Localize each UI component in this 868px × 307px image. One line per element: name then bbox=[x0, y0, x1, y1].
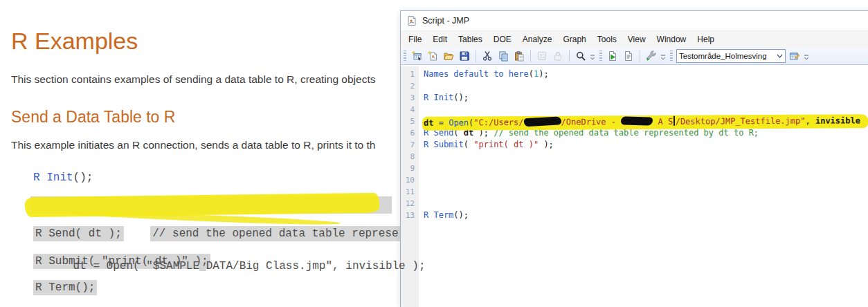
code-text: dt = Open( "$SAMPLE_DATA/Big Class.jmp",… bbox=[73, 260, 413, 272]
line-number: 1 bbox=[401, 68, 419, 80]
menu-view[interactable]: View bbox=[622, 32, 651, 47]
code-text: ( bbox=[529, 69, 534, 79]
recode-icon bbox=[535, 49, 549, 63]
toolbar-separator bbox=[640, 50, 640, 62]
code-text: (); bbox=[453, 93, 469, 102]
code-text: "C:/Users/ bbox=[473, 118, 523, 127]
new-script-window-icon[interactable] bbox=[426, 49, 440, 63]
toolbar-separator bbox=[530, 50, 531, 62]
table-scope-combobox[interactable]: Testområde_Holmesving bbox=[676, 49, 786, 63]
menu-graph[interactable]: Graph bbox=[557, 32, 591, 47]
toolbar-grip[interactable] bbox=[404, 50, 406, 62]
line-number: 11 bbox=[401, 186, 419, 198]
redaction-mark bbox=[523, 116, 561, 127]
line-number: 8 bbox=[401, 151, 419, 162]
line-number: 3 bbox=[401, 92, 419, 104]
open-log-icon[interactable] bbox=[622, 49, 635, 63]
script-editor[interactable]: 1 2 3 4 5 6 7 8 9 10 11 12 13 Names defa… bbox=[401, 66, 868, 307]
menu-doe[interactable]: DOE bbox=[488, 32, 517, 47]
code-line bbox=[419, 186, 868, 198]
menu-tables[interactable]: Tables bbox=[453, 32, 488, 47]
menu-analyze[interactable]: Analyze bbox=[517, 32, 558, 47]
code-text: R Init bbox=[33, 171, 73, 184]
code-text: ( bbox=[464, 140, 473, 149]
table-scope-value: Testområde_Holmesving bbox=[677, 52, 775, 60]
line-number: 10 bbox=[401, 174, 419, 186]
code-text: R Submit bbox=[424, 140, 464, 149]
cut-icon[interactable] bbox=[480, 49, 494, 63]
new-data-table-icon[interactable] bbox=[410, 49, 424, 63]
paste-icon[interactable] bbox=[512, 49, 526, 63]
code-line bbox=[419, 174, 868, 186]
save-icon[interactable] bbox=[458, 49, 471, 63]
code-text: A S bbox=[653, 117, 673, 127]
open-file-icon[interactable] bbox=[442, 49, 455, 63]
menu-file[interactable]: File bbox=[403, 32, 427, 47]
text-cursor bbox=[673, 116, 675, 126]
code-line bbox=[419, 80, 868, 92]
lock-icon bbox=[551, 49, 565, 63]
code-text: (); bbox=[453, 210, 469, 220]
search-icon[interactable] bbox=[574, 49, 588, 63]
code-text: = bbox=[433, 118, 449, 127]
code-text: R Init bbox=[424, 93, 453, 102]
code-line bbox=[419, 162, 868, 174]
code-text: ); bbox=[539, 140, 554, 149]
code-text: /Desktop/JMP_Testfile.jmp" bbox=[676, 116, 806, 127]
code-line bbox=[419, 198, 868, 210]
code-line bbox=[419, 151, 868, 162]
toolbar-overflow-icon[interactable] bbox=[660, 55, 666, 61]
code-comment: // send the opened data table represe bbox=[150, 226, 400, 241]
code-line: R Term(); bbox=[419, 210, 868, 221]
redaction-mark bbox=[621, 116, 653, 125]
code-line-r-send: R Send( dt ); // send the opened data ta… bbox=[33, 226, 401, 243]
code-line: R Init(); bbox=[419, 92, 868, 104]
code-area[interactable]: Names default to here(1); R Init(); dt =… bbox=[419, 66, 868, 307]
code-text: (); bbox=[73, 171, 93, 184]
code-text: "print( dt )" bbox=[473, 140, 539, 149]
toolbar: Testområde_Holmesving bbox=[401, 48, 868, 65]
line-number: 7 bbox=[401, 139, 419, 151]
code-text: /OneDrive - bbox=[561, 117, 621, 127]
code-line: R Submit( "print( dt )" ); bbox=[419, 139, 868, 151]
toolbar-separator bbox=[476, 50, 476, 62]
jmp-script-icon bbox=[406, 15, 417, 26]
toolbar-overflow-icon[interactable] bbox=[590, 55, 595, 61]
line-number: 4 bbox=[401, 104, 419, 115]
copy-icon[interactable] bbox=[496, 49, 510, 63]
edit-data-table-icon[interactable] bbox=[788, 49, 802, 63]
code-line-open-highlighted: dt = Open( "$SAMPLE_DATA/Big Class.jmp",… bbox=[33, 198, 426, 214]
jmp-script-window: Script - JMP File Edit Tables DOE Analyz… bbox=[400, 10, 868, 307]
window-title-bar[interactable]: Script - JMP bbox=[401, 11, 868, 31]
menu-tools[interactable]: Tools bbox=[592, 32, 622, 47]
code-text: Names default to here bbox=[424, 69, 529, 79]
menu-bar: File Edit Tables DOE Analyze Graph Tools… bbox=[401, 31, 868, 48]
toolbar-overflow-icon[interactable] bbox=[804, 55, 809, 61]
code-text bbox=[124, 227, 150, 240]
code-line-highlighted: dt = Open("C:/Users//OneDrive - A S/Desk… bbox=[419, 115, 868, 127]
toolbar-grip[interactable] bbox=[670, 50, 673, 62]
code-line-r-init: R Init(); bbox=[33, 170, 93, 187]
menu-edit[interactable]: Edit bbox=[427, 32, 453, 47]
line-number: 5 bbox=[401, 115, 419, 127]
yellow-marker-highlight: dt = Open("C:/Users//OneDrive - A S/Desk… bbox=[422, 114, 868, 130]
code-text: R Term bbox=[424, 210, 453, 220]
page-title: R Examples bbox=[11, 28, 138, 55]
code-text: ); bbox=[539, 69, 548, 79]
run-script-icon[interactable] bbox=[606, 49, 620, 63]
line-number: 6 bbox=[401, 127, 419, 139]
chevron-down-icon[interactable] bbox=[775, 54, 785, 58]
toolbar-separator bbox=[569, 50, 570, 62]
code-line bbox=[419, 104, 868, 115]
section-paragraph: This example initiates an R connection, … bbox=[11, 139, 375, 151]
toolbar-grip[interactable] bbox=[599, 50, 602, 62]
code-text: Open bbox=[449, 118, 469, 127]
code-text: dt bbox=[424, 118, 434, 128]
code-text: , bbox=[805, 116, 815, 126]
menu-help[interactable]: Help bbox=[691, 32, 720, 47]
intro-paragraph: This section contains examples of sendin… bbox=[11, 73, 375, 86]
line-number: 2 bbox=[401, 80, 419, 92]
menu-window[interactable]: Window bbox=[651, 32, 692, 47]
tools-icon[interactable] bbox=[644, 49, 658, 63]
code-line: Names default to here(1); bbox=[419, 68, 868, 80]
